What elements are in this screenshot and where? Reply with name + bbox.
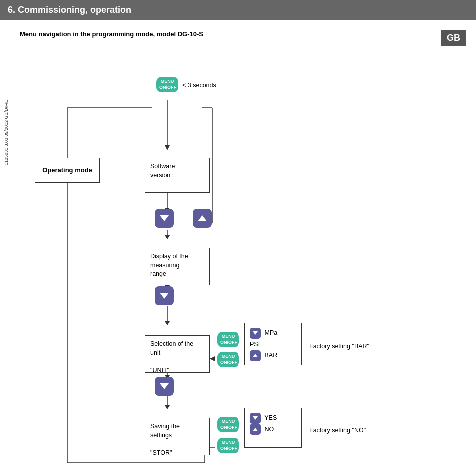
box-selection-unit: Selection of the unit "UNIT" bbox=[145, 335, 210, 373]
saving-up-icon bbox=[250, 424, 261, 435]
saving-options-list: YES NO bbox=[245, 408, 301, 439]
menu-button-top[interactable]: MENU ON/OFF bbox=[156, 77, 178, 92]
diagram: MENU ON/OFF < 3 seconds Software version… bbox=[20, 53, 449, 463]
unit-option-bar: BAR bbox=[250, 350, 296, 361]
box-saving-settings: Saving the settings "STOR" bbox=[145, 418, 210, 455]
unit-up-icon bbox=[250, 350, 261, 361]
unit-option-psi: PSI bbox=[250, 339, 296, 350]
nav-down-3[interactable] bbox=[155, 377, 174, 396]
menu-button-unit-return[interactable]: MENU ON/OFF bbox=[217, 352, 239, 367]
box-display-measuring: Display of the measuring range bbox=[145, 248, 210, 285]
main-content: Menu navigation in the programming mode,… bbox=[0, 20, 476, 470]
saving-down-icon bbox=[250, 413, 261, 424]
nav-down-1[interactable] bbox=[155, 209, 174, 228]
menu-annotation: < 3 seconds bbox=[182, 82, 216, 89]
unit-option-mpa: MPa bbox=[250, 327, 296, 339]
svg-marker-17 bbox=[165, 405, 170, 409]
box-saving-options: YES NO bbox=[244, 408, 302, 448]
svg-marker-5 bbox=[165, 235, 170, 239]
unit-down-icon bbox=[250, 328, 261, 339]
svg-marker-9 bbox=[165, 321, 170, 325]
svg-marker-13 bbox=[210, 356, 215, 361]
nav-down-2[interactable] bbox=[155, 286, 174, 305]
saving-option-no: NO bbox=[250, 424, 296, 435]
section-header: 6. Commissioning, operation bbox=[0, 0, 476, 20]
saving-option-yes: YES bbox=[250, 412, 296, 424]
svg-marker-1 bbox=[165, 145, 170, 150]
box-operating-mode: Operating mode bbox=[35, 158, 100, 183]
factory-setting-bar: Factory setting "BAR" bbox=[309, 343, 369, 350]
box-software-version: Software version bbox=[145, 158, 210, 193]
section-subtitle: Menu navigation in the programming mode,… bbox=[20, 30, 466, 38]
menu-button-unit-select[interactable]: MENU ON/OFF bbox=[217, 332, 239, 347]
factory-setting-no: Factory setting "NO" bbox=[309, 427, 366, 434]
nav-up-1[interactable] bbox=[193, 209, 212, 228]
unit-options-list: MPa PSI BAR bbox=[245, 323, 301, 365]
header-title: 6. Commissioning, operation bbox=[8, 5, 131, 15]
menu-button-saving-return[interactable]: MENU ON/OFF bbox=[217, 438, 239, 453]
diagram-lines bbox=[20, 53, 449, 463]
box-unit-options: MPa PSI BAR bbox=[244, 323, 302, 365]
menu-button-saving-select[interactable]: MENU ON/OFF bbox=[217, 417, 239, 432]
